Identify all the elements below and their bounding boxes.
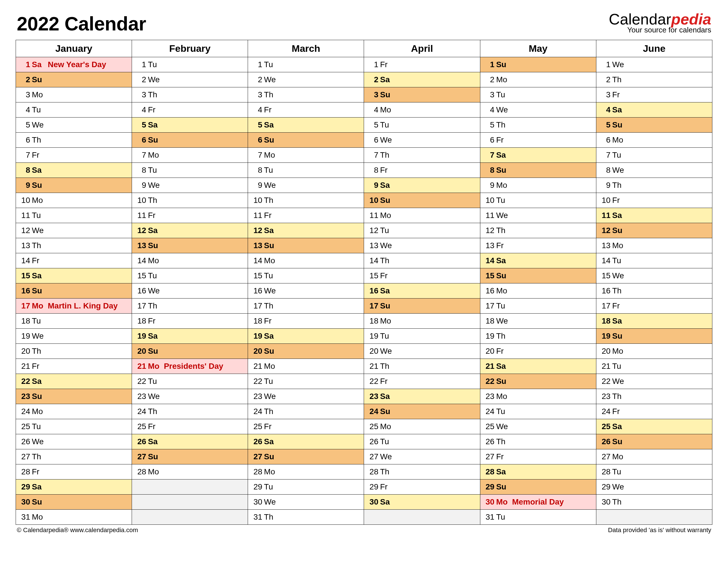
day-number: 10 (599, 196, 612, 205)
day-number: 7 (367, 150, 380, 160)
day-number: 13 (367, 241, 380, 250)
brand-name: Calendarpedia (609, 11, 711, 27)
day-of-week: Su (612, 332, 626, 341)
day-number: 19 (19, 332, 32, 341)
day-number: 31 (19, 513, 32, 522)
day-number: 7 (19, 150, 32, 160)
calendar-row: 17MoMartin L. King Day17Th17Th17Su17Tu17… (16, 299, 712, 314)
day-cell: 5Su (596, 117, 712, 133)
day-of-week: Su (612, 437, 626, 446)
day-number: 11 (599, 211, 612, 220)
day-of-week: Fr (148, 211, 162, 220)
day-of-week: Mo (264, 150, 278, 160)
day-number: 27 (135, 452, 148, 461)
day-cell: 14Th (364, 253, 480, 268)
day-number: 15 (19, 271, 32, 280)
day-of-week: Fr (380, 482, 394, 491)
day-of-week: We (612, 166, 626, 175)
day-number: 31 (251, 513, 264, 522)
day-of-week: Th (612, 497, 626, 507)
day-number: 16 (251, 286, 264, 296)
day-of-week: Th (612, 181, 626, 190)
day-number: 12 (19, 226, 32, 235)
day-cell: 9We (132, 178, 248, 193)
day-of-week: Sa (612, 105, 626, 114)
day-of-week: Tu (32, 317, 46, 326)
day-number: 29 (251, 482, 264, 491)
day-of-week: Fr (496, 452, 510, 461)
day-cell: 24Th (132, 404, 248, 419)
day-cell: 21MoPresidents' Day (132, 359, 248, 374)
day-of-week: We (496, 317, 510, 326)
day-cell: 26Sa (132, 434, 248, 449)
day-of-week: Th (612, 75, 626, 84)
day-number: 22 (135, 377, 148, 386)
empty-cell (132, 495, 248, 510)
day-of-week: Fr (496, 241, 510, 250)
day-number: 1 (599, 60, 612, 69)
day-number: 14 (599, 256, 612, 265)
day-of-week: Sa (32, 482, 46, 491)
day-cell: 2Su (16, 72, 132, 87)
day-of-week: Th (148, 196, 162, 205)
day-number: 29 (19, 482, 32, 491)
day-cell: 14Mo (248, 253, 364, 268)
day-cell: 18Tu (16, 314, 132, 329)
day-number: 13 (251, 241, 264, 250)
day-number: 31 (483, 513, 496, 522)
day-cell: 10Mo (16, 193, 132, 208)
day-number: 13 (599, 241, 612, 250)
day-of-week: Fr (264, 422, 278, 431)
day-number: 19 (135, 332, 148, 341)
day-of-week: Tu (380, 437, 394, 446)
day-number: 9 (599, 181, 612, 190)
day-number: 29 (599, 482, 612, 491)
day-number: 10 (19, 196, 32, 205)
day-number: 9 (135, 181, 148, 190)
calendar-table: JanuaryFebruaryMarchAprilMayJune 1SaNew … (16, 40, 712, 525)
day-cell: 8Tu (132, 163, 248, 178)
day-cell: 22We (596, 374, 712, 389)
day-of-week: We (264, 497, 278, 507)
day-cell: 10Su (364, 193, 480, 208)
day-number: 8 (251, 166, 264, 175)
day-number: 4 (251, 105, 264, 114)
day-cell: 28Fr (16, 464, 132, 480)
day-of-week: Mo (148, 362, 162, 371)
day-cell: 11Sa (596, 208, 712, 223)
day-cell: 1Tu (248, 57, 364, 72)
day-number: 18 (599, 317, 612, 326)
day-number: 13 (483, 241, 496, 250)
day-number: 11 (19, 211, 32, 220)
day-number: 30 (483, 497, 496, 507)
day-number: 28 (19, 467, 32, 476)
day-cell: 19We (16, 329, 132, 344)
empty-cell (596, 510, 712, 525)
month-header: May (480, 40, 596, 57)
calendar-row: 5We5Sa5Sa5Tu5Th5Su (16, 117, 712, 133)
day-cell: 11Tu (16, 208, 132, 223)
day-cell: 27Mo (596, 449, 712, 464)
day-number: 17 (599, 302, 612, 311)
day-of-week: Mo (612, 347, 626, 356)
day-cell: 15Tu (248, 268, 364, 284)
day-of-week: Su (264, 347, 278, 356)
day-number: 16 (135, 286, 148, 296)
day-of-week: Tu (264, 60, 278, 69)
day-cell: 9Mo (480, 178, 596, 193)
month-header: February (132, 40, 248, 57)
day-cell: 15Su (480, 268, 596, 284)
day-of-week: Mo (496, 392, 510, 401)
day-number: 17 (135, 302, 148, 311)
day-number: 8 (367, 166, 380, 175)
day-cell: 3Th (132, 87, 248, 102)
day-number: 21 (599, 362, 612, 371)
day-cell: 26Sa (248, 434, 364, 449)
day-number: 23 (483, 392, 496, 401)
day-of-week: Su (612, 226, 626, 235)
holiday-name: Presidents' Day (162, 362, 223, 371)
day-cell: 3Su (364, 87, 480, 102)
month-header: April (364, 40, 480, 57)
day-number: 29 (367, 482, 380, 491)
day-cell: 29Sa (16, 480, 132, 495)
